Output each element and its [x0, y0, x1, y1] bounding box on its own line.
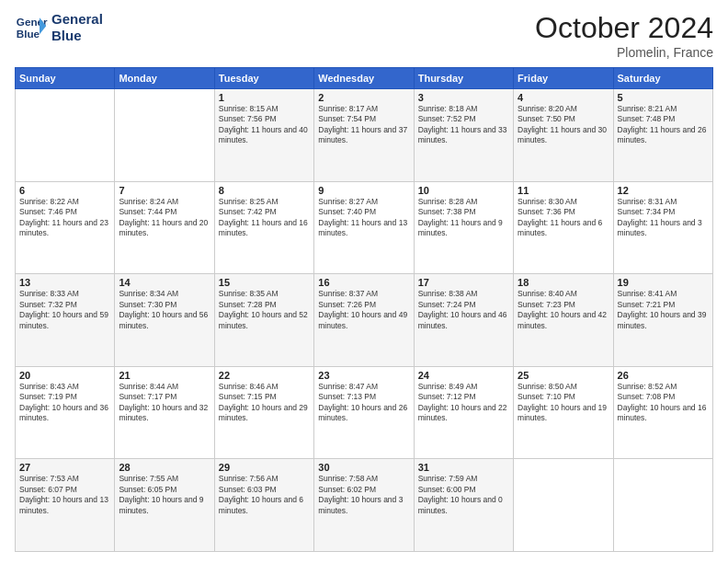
day-cell: 5Sunrise: 8:21 AM Sunset: 7:48 PM Daylig… — [613, 89, 712, 182]
day-cell: 26Sunrise: 8:52 AM Sunset: 7:08 PM Dayli… — [613, 366, 712, 459]
month-title: October 2024 — [535, 11, 713, 45]
weekday-saturday: Saturday — [613, 68, 712, 89]
day-info: Sunrise: 8:44 AM Sunset: 7:17 PM Dayligh… — [119, 382, 210, 424]
logo-line1: General — [51, 11, 103, 28]
day-info: Sunrise: 8:52 AM Sunset: 7:08 PM Dayligh… — [618, 382, 709, 424]
location: Plomelin, France — [535, 45, 713, 60]
weekday-header-row: SundayMondayTuesdayWednesdayThursdayFrid… — [16, 68, 713, 89]
day-number: 18 — [518, 277, 609, 288]
day-number: 29 — [219, 462, 310, 473]
logo: General Blue General Blue — [15, 11, 103, 44]
day-number: 16 — [318, 277, 409, 288]
day-cell: 12Sunrise: 8:31 AM Sunset: 7:34 PM Dayli… — [613, 181, 712, 274]
weekday-tuesday: Tuesday — [214, 68, 313, 89]
day-cell: 11Sunrise: 8:30 AM Sunset: 7:36 PM Dayli… — [514, 181, 613, 274]
day-cell: 21Sunrise: 8:44 AM Sunset: 7:17 PM Dayli… — [115, 366, 214, 459]
day-cell: 28Sunrise: 7:55 AM Sunset: 6:05 PM Dayli… — [115, 459, 214, 552]
day-number: 13 — [19, 277, 110, 288]
weekday-thursday: Thursday — [414, 68, 513, 89]
day-cell: 1Sunrise: 8:15 AM Sunset: 7:56 PM Daylig… — [214, 89, 313, 182]
logo-icon: General Blue — [15, 11, 48, 44]
day-info: Sunrise: 8:18 AM Sunset: 7:52 PM Dayligh… — [418, 104, 509, 146]
day-info: Sunrise: 8:38 AM Sunset: 7:24 PM Dayligh… — [418, 289, 509, 331]
day-number: 10 — [418, 185, 509, 196]
weekday-friday: Friday — [514, 68, 613, 89]
day-info: Sunrise: 8:46 AM Sunset: 7:15 PM Dayligh… — [219, 382, 310, 424]
day-number: 6 — [19, 185, 110, 196]
day-number: 14 — [119, 277, 210, 288]
day-cell — [16, 89, 115, 182]
day-cell: 3Sunrise: 8:18 AM Sunset: 7:52 PM Daylig… — [414, 89, 513, 182]
day-number: 5 — [618, 92, 709, 103]
day-info: Sunrise: 7:53 AM Sunset: 6:07 PM Dayligh… — [19, 474, 110, 516]
week-row-2: 6Sunrise: 8:22 AM Sunset: 7:46 PM Daylig… — [16, 181, 713, 274]
day-number: 25 — [518, 370, 609, 381]
day-info: Sunrise: 8:24 AM Sunset: 7:44 PM Dayligh… — [119, 197, 210, 239]
day-info: Sunrise: 8:15 AM Sunset: 7:56 PM Dayligh… — [219, 104, 310, 146]
day-cell: 22Sunrise: 8:46 AM Sunset: 7:15 PM Dayli… — [214, 366, 313, 459]
day-cell: 19Sunrise: 8:41 AM Sunset: 7:21 PM Dayli… — [613, 274, 712, 367]
logo-text: General Blue — [51, 11, 103, 44]
day-number: 4 — [518, 92, 609, 103]
day-number: 21 — [119, 370, 210, 381]
day-number: 3 — [418, 92, 509, 103]
day-info: Sunrise: 8:37 AM Sunset: 7:26 PM Dayligh… — [318, 289, 409, 331]
day-number: 28 — [119, 462, 210, 473]
week-row-3: 13Sunrise: 8:33 AM Sunset: 7:32 PM Dayli… — [16, 274, 713, 367]
day-cell — [514, 459, 613, 552]
day-number: 15 — [219, 277, 310, 288]
day-cell: 15Sunrise: 8:35 AM Sunset: 7:28 PM Dayli… — [214, 274, 313, 367]
day-info: Sunrise: 7:58 AM Sunset: 6:02 PM Dayligh… — [318, 474, 409, 516]
day-number: 8 — [219, 185, 310, 196]
day-info: Sunrise: 8:47 AM Sunset: 7:13 PM Dayligh… — [318, 382, 409, 424]
logo-line2: Blue — [51, 28, 103, 44]
day-info: Sunrise: 8:40 AM Sunset: 7:23 PM Dayligh… — [518, 289, 609, 331]
day-info: Sunrise: 8:28 AM Sunset: 7:38 PM Dayligh… — [418, 197, 509, 239]
day-info: Sunrise: 7:55 AM Sunset: 6:05 PM Dayligh… — [119, 474, 210, 516]
day-info: Sunrise: 8:33 AM Sunset: 7:32 PM Dayligh… — [19, 289, 110, 331]
day-cell: 13Sunrise: 8:33 AM Sunset: 7:32 PM Dayli… — [16, 274, 115, 367]
day-info: Sunrise: 8:34 AM Sunset: 7:30 PM Dayligh… — [119, 289, 210, 331]
day-info: Sunrise: 7:59 AM Sunset: 6:00 PM Dayligh… — [418, 474, 509, 516]
day-info: Sunrise: 8:35 AM Sunset: 7:28 PM Dayligh… — [219, 289, 310, 331]
day-cell: 17Sunrise: 8:38 AM Sunset: 7:24 PM Dayli… — [414, 274, 513, 367]
day-info: Sunrise: 8:49 AM Sunset: 7:12 PM Dayligh… — [418, 382, 509, 424]
day-info: Sunrise: 8:27 AM Sunset: 7:40 PM Dayligh… — [318, 197, 409, 239]
day-cell: 14Sunrise: 8:34 AM Sunset: 7:30 PM Dayli… — [115, 274, 214, 367]
day-number: 30 — [318, 462, 409, 473]
day-cell: 23Sunrise: 8:47 AM Sunset: 7:13 PM Dayli… — [314, 366, 414, 459]
weekday-monday: Monday — [115, 68, 214, 89]
page: General Blue General Blue October 2024 P… — [0, 0, 728, 563]
day-cell: 8Sunrise: 8:25 AM Sunset: 7:42 PM Daylig… — [214, 181, 313, 274]
week-row-4: 20Sunrise: 8:43 AM Sunset: 7:19 PM Dayli… — [16, 366, 713, 459]
week-row-1: 1Sunrise: 8:15 AM Sunset: 7:56 PM Daylig… — [16, 89, 713, 182]
day-info: Sunrise: 8:17 AM Sunset: 7:54 PM Dayligh… — [318, 104, 409, 146]
day-cell: 31Sunrise: 7:59 AM Sunset: 6:00 PM Dayli… — [414, 459, 513, 552]
day-cell: 25Sunrise: 8:50 AM Sunset: 7:10 PM Dayli… — [514, 366, 613, 459]
day-cell — [115, 89, 214, 182]
day-number: 27 — [19, 462, 110, 473]
calendar-table: SundayMondayTuesdayWednesdayThursdayFrid… — [15, 67, 713, 552]
header: General Blue General Blue October 2024 P… — [15, 11, 713, 60]
weekday-sunday: Sunday — [16, 68, 115, 89]
day-number: 9 — [318, 185, 409, 196]
day-cell: 2Sunrise: 8:17 AM Sunset: 7:54 PM Daylig… — [314, 89, 414, 182]
day-cell: 6Sunrise: 8:22 AM Sunset: 7:46 PM Daylig… — [16, 181, 115, 274]
day-info: Sunrise: 8:22 AM Sunset: 7:46 PM Dayligh… — [19, 197, 110, 239]
day-cell: 10Sunrise: 8:28 AM Sunset: 7:38 PM Dayli… — [414, 181, 513, 274]
day-info: Sunrise: 7:56 AM Sunset: 6:03 PM Dayligh… — [219, 474, 310, 516]
day-number: 1 — [219, 92, 310, 103]
day-info: Sunrise: 8:31 AM Sunset: 7:34 PM Dayligh… — [618, 197, 709, 239]
day-cell: 29Sunrise: 7:56 AM Sunset: 6:03 PM Dayli… — [214, 459, 313, 552]
day-number: 23 — [318, 370, 409, 381]
day-cell: 30Sunrise: 7:58 AM Sunset: 6:02 PM Dayli… — [314, 459, 414, 552]
day-number: 20 — [19, 370, 110, 381]
day-number: 24 — [418, 370, 509, 381]
day-number: 2 — [318, 92, 409, 103]
day-number: 12 — [618, 185, 709, 196]
svg-text:Blue: Blue — [17, 28, 40, 40]
day-info: Sunrise: 8:43 AM Sunset: 7:19 PM Dayligh… — [19, 382, 110, 424]
day-info: Sunrise: 8:25 AM Sunset: 7:42 PM Dayligh… — [219, 197, 310, 239]
day-info: Sunrise: 8:30 AM Sunset: 7:36 PM Dayligh… — [518, 197, 609, 239]
title-block: October 2024 Plomelin, France — [535, 11, 713, 60]
